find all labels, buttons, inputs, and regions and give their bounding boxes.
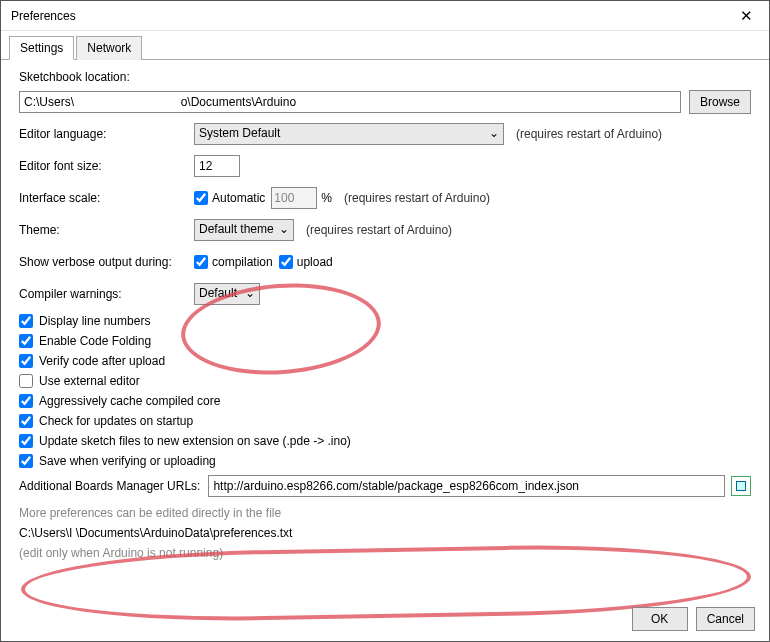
aggressively-cache-checkbox[interactable]: Aggressively cache compiled core (19, 394, 751, 408)
theme-value: Default theme (199, 222, 274, 236)
tab-settings[interactable]: Settings (9, 36, 74, 60)
scale-hint: (requires restart of Arduino) (344, 191, 490, 205)
editor-language-hint: (requires restart of Arduino) (516, 127, 662, 141)
verify-after-upload-checkbox[interactable]: Verify code after upload (19, 354, 751, 368)
chevron-down-icon: ⌄ (245, 286, 255, 300)
verbose-compilation-checkbox[interactable]: compilation (194, 255, 273, 269)
chevron-down-icon: ⌄ (489, 126, 499, 140)
scale-value-stepper (271, 187, 317, 209)
compiler-warnings-label: Compiler warnings: (19, 287, 194, 301)
editor-language-value: System Default (199, 126, 280, 140)
close-icon[interactable]: ✕ (734, 5, 759, 27)
compiler-warnings-value: Default (199, 286, 237, 300)
use-external-editor-checkbox[interactable]: Use external editor (19, 374, 751, 388)
editor-language-label: Editor language: (19, 127, 194, 141)
update-extension-checkbox[interactable]: Update sketch files to new extension on … (19, 434, 751, 448)
scale-percent-label: % (321, 191, 332, 205)
scale-automatic-label: Automatic (212, 191, 265, 205)
sketchbook-location-label: Sketchbook location: (19, 70, 751, 84)
theme-select[interactable]: Default theme ⌄ (194, 219, 294, 241)
theme-hint: (requires restart of Arduino) (306, 223, 452, 237)
scale-automatic-checkbox[interactable]: Automatic (194, 191, 265, 205)
verbose-upload-label: upload (297, 255, 333, 269)
verbose-upload-checkbox[interactable]: upload (279, 255, 333, 269)
sketchbook-location-input[interactable] (19, 91, 681, 113)
font-size-label: Editor font size: (19, 159, 194, 173)
boards-manager-urls-input[interactable] (208, 475, 725, 497)
compiler-warnings-select[interactable]: Default ⌄ (194, 283, 260, 305)
interface-scale-label: Interface scale: (19, 191, 194, 205)
edit-when-not-running-note: (edit only when Arduino is not running) (19, 546, 751, 560)
boards-manager-urls-label: Additional Boards Manager URLs: (19, 479, 200, 493)
ok-button[interactable]: OK (632, 607, 688, 631)
theme-label: Theme: (19, 223, 194, 237)
tab-network[interactable]: Network (76, 36, 142, 60)
editor-language-select[interactable]: System Default ⌄ (194, 123, 504, 145)
more-preferences-hint: More preferences can be edited directly … (19, 506, 751, 520)
preferences-file-path: C:\Users\I \Documents\ArduinoData\prefer… (19, 526, 751, 540)
cancel-button[interactable]: Cancel (696, 607, 755, 631)
chevron-down-icon: ⌄ (279, 222, 289, 236)
check-updates-checkbox[interactable]: Check for updates on startup (19, 414, 751, 428)
window-title: Preferences (11, 9, 76, 23)
enable-code-folding-checkbox[interactable]: Enable Code Folding (19, 334, 751, 348)
browse-button[interactable]: Browse (689, 90, 751, 114)
verbose-output-label: Show verbose output during: (19, 255, 194, 269)
display-line-numbers-checkbox[interactable]: Display line numbers (19, 314, 751, 328)
font-size-input[interactable] (194, 155, 240, 177)
open-urls-dialog-icon[interactable] (731, 476, 751, 496)
save-verify-upload-checkbox[interactable]: Save when verifying or uploading (19, 454, 751, 468)
verbose-compilation-label: compilation (212, 255, 273, 269)
